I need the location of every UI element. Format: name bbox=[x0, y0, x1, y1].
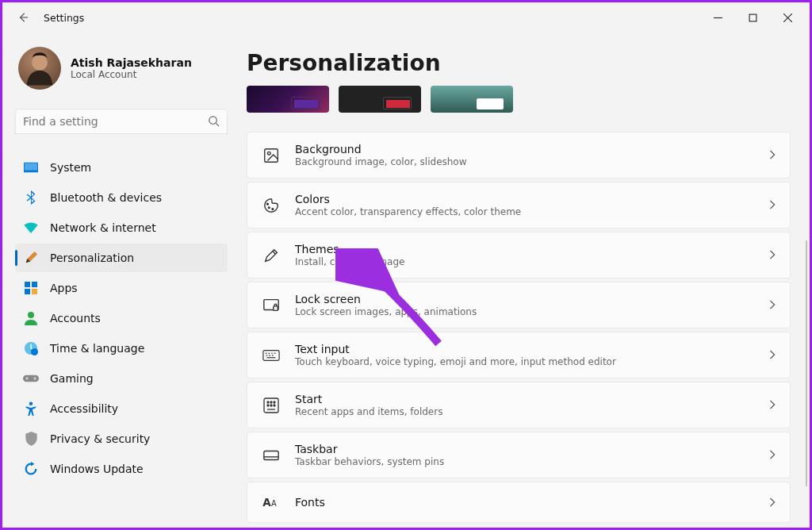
svg-point-39 bbox=[274, 401, 275, 403]
sidebar-item-label: Network & internet bbox=[50, 221, 156, 234]
chevron-right-icon bbox=[769, 495, 776, 510]
page-title: Personalization bbox=[247, 50, 791, 76]
sidebar-item-personalization[interactable]: Personalization bbox=[15, 244, 228, 272]
sidebar-item-label: Windows Update bbox=[50, 463, 144, 475]
search-input[interactable] bbox=[15, 109, 228, 134]
card-themes[interactable]: ThemesInstall, create, manage bbox=[247, 232, 791, 278]
svg-rect-27 bbox=[263, 350, 279, 360]
card-start[interactable]: StartRecent apps and items, folders bbox=[247, 382, 791, 428]
chevron-right-icon bbox=[769, 348, 776, 363]
back-icon[interactable] bbox=[17, 11, 29, 24]
card-taskbar[interactable]: TaskbarTaskbar behaviors, system pins bbox=[247, 432, 791, 478]
sidebar-item-label: Apps bbox=[50, 282, 78, 294]
theme-preview-2[interactable] bbox=[339, 86, 421, 113]
sidebar-item-time[interactable]: Time & language bbox=[15, 334, 228, 363]
svg-point-15 bbox=[31, 348, 38, 355]
svg-rect-9 bbox=[25, 282, 30, 287]
colors-icon bbox=[262, 196, 281, 215]
sidebar-item-label: Personalization bbox=[50, 252, 134, 264]
card-title: Fonts bbox=[295, 496, 755, 509]
card-title: Taskbar bbox=[295, 443, 755, 455]
theme-preview-3[interactable] bbox=[431, 86, 513, 113]
window-controls bbox=[700, 6, 805, 29]
start-icon bbox=[262, 396, 281, 415]
svg-point-24 bbox=[272, 208, 274, 209]
update-icon bbox=[23, 461, 39, 477]
sidebar-item-label: Bluetooth & devices bbox=[50, 191, 162, 204]
themes-icon bbox=[262, 246, 281, 265]
card-description: Accent color, transparency effects, colo… bbox=[295, 206, 755, 217]
svg-text:A: A bbox=[262, 496, 271, 509]
avatar bbox=[18, 47, 61, 90]
taskbar-icon bbox=[262, 446, 281, 465]
sidebar-item-gaming[interactable]: Gaming bbox=[15, 364, 228, 393]
sidebar-item-label: System bbox=[50, 161, 91, 174]
search-container bbox=[15, 109, 228, 134]
svg-rect-1 bbox=[749, 14, 756, 21]
svg-rect-16 bbox=[23, 375, 39, 382]
sidebar-item-apps[interactable]: Apps bbox=[15, 274, 228, 302]
card-background[interactable]: BackgroundBackground image, color, slide… bbox=[247, 132, 791, 179]
svg-rect-8 bbox=[25, 163, 37, 171]
sidebar-item-bluetooth[interactable]: Bluetooth & devices bbox=[15, 183, 228, 212]
profile-block[interactable]: Atish Rajasekharan Local Account bbox=[15, 47, 228, 90]
card-title: Background bbox=[295, 143, 755, 156]
card-title: Text input bbox=[295, 343, 755, 355]
sidebar-item-label: Accessibility bbox=[50, 402, 118, 415]
theme-preview-1[interactable] bbox=[247, 86, 329, 113]
svg-point-37 bbox=[267, 401, 269, 403]
sidebar-item-accounts[interactable]: Accounts bbox=[15, 304, 228, 332]
settings-cards: BackgroundBackground image, color, slide… bbox=[247, 132, 791, 523]
svg-rect-12 bbox=[32, 289, 37, 294]
search-icon bbox=[208, 115, 220, 130]
sidebar-item-label: Privacy & security bbox=[50, 432, 150, 445]
privacy-icon bbox=[23, 431, 39, 447]
chevron-right-icon bbox=[769, 248, 776, 263]
svg-point-4 bbox=[32, 55, 48, 71]
app-title: Settings bbox=[44, 12, 84, 24]
profile-subtitle: Local Account bbox=[71, 69, 192, 80]
card-description: Touch keyboard, voice typing, emoji and … bbox=[295, 356, 755, 367]
fonts-icon: AA bbox=[262, 493, 281, 512]
sidebar-item-system[interactable]: System bbox=[15, 153, 228, 182]
card-title: Themes bbox=[295, 243, 755, 255]
card-colors[interactable]: ColorsAccent color, transparency effects… bbox=[247, 182, 791, 229]
card-description: Install, create, manage bbox=[295, 256, 755, 267]
main-content: Personalization BackgroundBackground ima… bbox=[240, 33, 810, 528]
svg-text:A: A bbox=[271, 499, 277, 508]
sidebar-item-update[interactable]: Windows Update bbox=[15, 455, 228, 483]
network-icon bbox=[23, 220, 39, 236]
svg-rect-20 bbox=[265, 148, 278, 162]
maximize-button[interactable] bbox=[735, 6, 770, 29]
sidebar-item-accessibility[interactable]: Accessibility bbox=[15, 394, 228, 423]
gaming-icon bbox=[23, 371, 39, 386]
chevron-right-icon bbox=[769, 298, 776, 313]
svg-line-6 bbox=[216, 123, 219, 126]
sidebar: Atish Rajasekharan Local Account SystemB… bbox=[2, 33, 240, 528]
close-button[interactable] bbox=[770, 6, 805, 29]
sidebar-item-privacy[interactable]: Privacy & security bbox=[15, 424, 228, 453]
sidebar-item-label: Gaming bbox=[50, 372, 94, 385]
svg-point-21 bbox=[267, 152, 270, 155]
card-description: Lock screen images, apps, animations bbox=[295, 306, 755, 317]
card-lockscreen[interactable]: Lock screenLock screen images, apps, ani… bbox=[247, 282, 791, 328]
card-fonts[interactable]: AAFonts bbox=[247, 482, 791, 523]
svg-point-41 bbox=[270, 405, 272, 406]
time-icon bbox=[23, 340, 39, 356]
svg-point-19 bbox=[29, 401, 33, 405]
system-icon bbox=[23, 159, 39, 175]
profile-name: Atish Rajasekharan bbox=[71, 56, 192, 69]
accounts-icon bbox=[23, 310, 39, 326]
svg-rect-11 bbox=[25, 289, 30, 294]
apps-icon bbox=[23, 280, 39, 296]
card-description: Taskbar behaviors, system pins bbox=[295, 456, 755, 467]
svg-point-13 bbox=[28, 312, 34, 318]
personalization-icon bbox=[23, 250, 39, 266]
lockscreen-icon bbox=[262, 296, 281, 315]
minimize-button[interactable] bbox=[700, 6, 735, 29]
svg-point-22 bbox=[267, 203, 269, 205]
scrollbar[interactable] bbox=[806, 240, 807, 486]
sidebar-item-network[interactable]: Network & internet bbox=[15, 213, 228, 242]
card-textinput[interactable]: Text inputTouch keyboard, voice typing, … bbox=[247, 332, 791, 378]
card-description: Recent apps and items, folders bbox=[295, 406, 755, 417]
